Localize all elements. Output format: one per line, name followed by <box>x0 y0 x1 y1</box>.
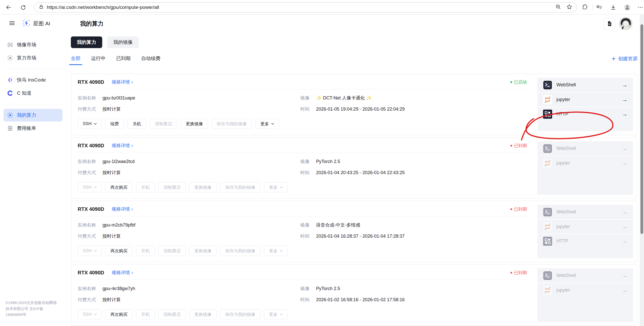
webshell-icon <box>543 271 552 280</box>
service-webshell: WebShell→ <box>537 268 633 283</box>
service-webshell[interactable]: WebShell→ <box>537 78 633 92</box>
card-details: RTX 4090D规格详情›已到期实例名称gpu-m2cb79pfbf付费方式按… <box>78 206 527 256</box>
arrow-right-icon: → <box>622 209 628 215</box>
action-buttons: SSH再次购买开机强制重启更换镜像保存为我的镜像更多 <box>78 182 527 192</box>
service-jupyter: jupyter→ <box>537 283 633 297</box>
tab-my-images[interactable]: 我的镜像 <box>107 36 139 48</box>
billing-mode: 按时计算 <box>102 170 121 176</box>
force-restart-button: 强制重启 <box>158 246 186 256</box>
page-title: 我的算力 <box>80 20 103 28</box>
card-divider <box>78 153 527 153</box>
jupyter-icon <box>543 159 552 168</box>
sidebar-divider <box>4 104 63 104</box>
chevron-right-icon: › <box>132 207 133 212</box>
my-compute-icon <box>7 112 13 118</box>
arrow-right-icon: → <box>622 272 628 279</box>
spec-detail-link[interactable]: 规格详情› <box>112 206 133 212</box>
arrow-right-icon: → <box>622 287 628 294</box>
spec-detail-link[interactable]: 规格详情› <box>112 79 133 85</box>
buy-again-button[interactable]: 再次购买 <box>105 182 133 192</box>
c-zhidao-icon <box>7 90 13 96</box>
more-button[interactable]: 更多 <box>255 119 279 129</box>
spec-detail-link[interactable]: 规格详情› <box>112 270 133 276</box>
more-button: 更多 <box>264 309 288 319</box>
sidebar-item-billing[interactable]: 费用账单 <box>4 122 63 135</box>
sidebar-item-label: 费用账单 <box>17 125 36 132</box>
sidebar-item-label: 算力市场 <box>17 55 36 61</box>
create-resource-link[interactable]: 创建资源 <box>611 55 637 62</box>
filter-tab-expired[interactable]: 已到期 <box>116 55 131 65</box>
zoom-out-icon[interactable] <box>555 4 562 11</box>
sidebar-item-mirror-market[interactable]: 镜像市场 <box>4 38 63 51</box>
chevron-down-icon <box>280 187 283 188</box>
extensions-icon[interactable] <box>581 4 588 11</box>
browser-profile-avatar[interactable] <box>624 4 631 11</box>
ssh-button: SSH <box>78 182 102 192</box>
ssh-button: SSH <box>78 246 102 256</box>
status-dot-icon <box>510 81 512 83</box>
sidebar-item-label: 我的算力 <box>17 112 36 118</box>
compute-market-icon <box>7 55 13 61</box>
sidebar-item-c-zhidao[interactable]: C 知道 <box>4 87 63 99</box>
gpu-model: RTX 4090D <box>78 143 104 149</box>
save-as-my-image-button: 保存为我的镜像 <box>212 119 252 129</box>
service-panel: WebShell→jupyter→ <box>537 141 633 195</box>
back-icon[interactable] <box>5 4 12 11</box>
address-bar[interactable]: https://ai.csdn.net/workbench/gpu/comput… <box>34 2 577 12</box>
user-avatar[interactable] <box>619 17 632 30</box>
force-restart-button: 强制重启 <box>158 182 186 192</box>
http-icon <box>543 237 552 246</box>
service-webshell: WebShell→ <box>537 141 633 156</box>
bookmark-star-icon[interactable] <box>566 4 573 11</box>
favorites-bar-icon[interactable] <box>596 4 603 11</box>
page-scrollbar[interactable] <box>640 15 644 326</box>
plus-icon <box>611 56 616 61</box>
chevron-down-icon <box>94 250 97 252</box>
chevron-right-icon: › <box>132 79 133 85</box>
service-label: WebShell <box>556 146 576 151</box>
gpu-model: RTX 4090D <box>78 270 104 276</box>
refresh-icon[interactable] <box>20 4 26 11</box>
shutdown-button[interactable]: 关机 <box>128 119 146 129</box>
icp-footer: ©1999-2025北京创新乐知网络 技术有限公司 京ICP备 19004658… <box>6 300 64 317</box>
service-jupyter[interactable]: jupyter→ <box>537 92 633 107</box>
arrow-right-icon: → <box>622 238 628 244</box>
status-dot-icon <box>510 145 512 147</box>
field-label: 镜像 <box>300 222 309 228</box>
field-label: 镜像 <box>300 158 309 165</box>
service-panel: WebShell→jupyter→HTTP→ <box>537 78 633 131</box>
image-name: PyTorch 2.5 <box>316 286 340 291</box>
filter-tab-running[interactable]: 运行中 <box>91 55 106 65</box>
buy-again-button[interactable]: 再次购买 <box>105 246 133 256</box>
downloads-icon[interactable] <box>610 4 617 11</box>
sidebar-item-my-compute[interactable]: 我的算力 <box>4 109 63 121</box>
action-buttons: SSH再次购买开机强制重启更换镜像保存为我的镜像更多 <box>78 246 527 256</box>
sidebar-item-compute-market[interactable]: 算力市场 <box>4 52 63 64</box>
spec-detail-link[interactable]: 规格详情› <box>112 142 133 149</box>
filter-tab-auto-renew[interactable]: 自动续费 <box>141 55 160 65</box>
tab-my-compute[interactable]: 我的算力 <box>71 36 102 48</box>
ssh-button[interactable]: SSH <box>78 119 102 129</box>
field-label: 时间 <box>300 170 309 176</box>
buy-again-button[interactable]: 再次购买 <box>105 309 133 319</box>
power-on-button: 开机 <box>136 309 155 319</box>
service-jupyter: jupyter→ <box>537 156 633 170</box>
card-details: RTX 4090D规格详情›已到期实例名称gpu-1l2wae2tcd付费方式按… <box>78 142 527 192</box>
brand[interactable]: 星图 AI <box>22 19 50 28</box>
menu-icon[interactable] <box>9 20 15 28</box>
service-label: HTTP <box>556 238 568 244</box>
change-image-button[interactable]: 更换镜像 <box>181 119 208 129</box>
filter-tab-all[interactable]: 全部 <box>71 55 80 65</box>
service-http: HTTP→ <box>537 234 633 248</box>
service-http[interactable]: HTTP→ <box>537 107 633 121</box>
browser-toolbar: https://ai.csdn.net/workbench/gpu/comput… <box>0 0 644 15</box>
field-label: 时间 <box>300 106 309 112</box>
more-menu-icon[interactable] <box>637 4 644 11</box>
field-label: 实例名称 <box>78 286 96 292</box>
sidebar-item-inscode[interactable]: 快马 InsCode <box>4 74 63 86</box>
scrollbar-thumb[interactable] <box>640 24 643 234</box>
jupyter-icon <box>543 286 552 295</box>
document-icon[interactable] <box>604 18 615 29</box>
time-range: 2026-01-05 19:04:29 - 2026-01-05 22:04:2… <box>316 107 405 112</box>
renew-button[interactable]: 续费 <box>105 119 124 129</box>
